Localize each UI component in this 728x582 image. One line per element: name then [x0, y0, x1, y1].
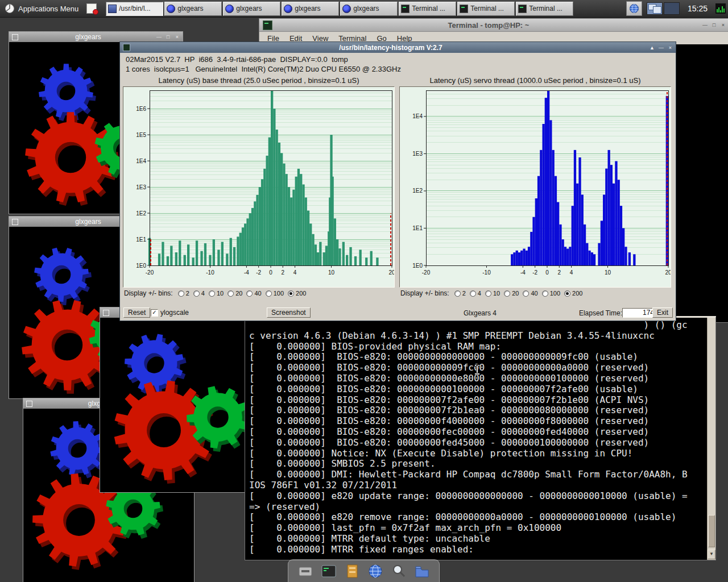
radio-label: 4 [201, 290, 205, 297]
workspace-1[interactable] [647, 2, 663, 15]
exit-button[interactable]: Exit [652, 307, 673, 318]
radio-icon [485, 290, 491, 297]
bins-radio-40[interactable]: 40 [523, 290, 537, 297]
svg-text:10: 10 [328, 269, 335, 276]
bins-radio-10[interactable]: 10 [485, 290, 500, 297]
bins-radio-200[interactable]: 200 [564, 290, 582, 297]
applications-menu-icon [5, 3, 15, 14]
svg-text:-20: -20 [146, 269, 154, 276]
terminal-icon[interactable] [320, 562, 338, 580]
close-icon[interactable]: × [173, 34, 181, 40]
shade-icon[interactable]: ▲ [648, 44, 656, 51]
web-browser-icon[interactable] [366, 562, 384, 580]
workspace-2[interactable] [664, 2, 680, 15]
minimize-icon[interactable]: — [155, 34, 163, 40]
file-cabinet-icon[interactable] [343, 562, 361, 580]
minimize-icon[interactable]: — [657, 44, 665, 51]
taskbar-button[interactable]: Terminal ... [457, 2, 515, 16]
terminal-line: [ 0.000000] MTRR default type: uncachabl… [249, 534, 706, 544]
svg-text:1E5: 1E5 [136, 132, 146, 138]
taskbar-button[interactable]: /usr/bin/l... [106, 2, 163, 16]
drawer-icon[interactable] [296, 562, 315, 580]
bins-radio-4[interactable]: 4 [193, 290, 205, 297]
folder-icon[interactable] [413, 562, 431, 580]
bins-label: Display +/- bins: [400, 289, 449, 297]
elapsed-time-label: Elapsed Time: [579, 309, 622, 317]
bins-radio-100[interactable]: 100 [542, 290, 560, 297]
svg-text:2: 2 [558, 269, 561, 276]
svg-text:1E0: 1E0 [136, 263, 146, 269]
minimize-icon[interactable]: — [701, 22, 709, 28]
radio-icon [504, 290, 510, 297]
taskbar-button[interactable]: Terminal ... [516, 2, 573, 16]
bins-radio-20[interactable]: 20 [504, 290, 519, 297]
terminal-line: [ 0.000000] e820 update range: 000000000… [249, 491, 706, 502]
system-info-line1: 02Mar2015 V2.7 HP i686 3.4-9-rtai-686-pa… [126, 55, 670, 64]
taskbar-button[interactable]: glxgears [164, 2, 222, 16]
scrollbar-thumb[interactable] [708, 515, 715, 547]
latency-titlebar[interactable]: /usr/bin/latency-histogram V:2.7 ▲ — × [120, 42, 676, 53]
notes-icon[interactable] [86, 3, 97, 14]
radio-label: 4 [478, 290, 481, 297]
radio-label: 40 [254, 290, 261, 297]
taskbar-button[interactable]: glxgears [282, 2, 339, 16]
window-icon [26, 401, 32, 407]
bins-radio-200[interactable]: 200 [288, 290, 306, 297]
system-info-line2: 1 cores isolcpus=1 GenuineIntel Intel(R)… [126, 64, 670, 74]
radio-label: 40 [531, 290, 537, 297]
close-icon[interactable]: × [667, 44, 674, 51]
bins-radio-2[interactable]: 2 [178, 290, 189, 297]
screenshot-button[interactable]: Screenshot [267, 307, 311, 318]
applications-menu-button[interactable]: Applications Menu [0, 0, 83, 17]
radio-icon [246, 290, 253, 297]
bins-radio-10[interactable]: 10 [209, 290, 224, 297]
terminal-line: [ 0.000000] e820 remove range: 000000000… [249, 512, 706, 523]
bins-radio-20[interactable]: 20 [228, 290, 242, 297]
svg-text:4: 4 [293, 269, 297, 276]
bins-radio-2[interactable]: 2 [454, 290, 466, 297]
svg-text:-10: -10 [482, 269, 491, 276]
bins-radio-100[interactable]: 100 [266, 290, 284, 297]
terminal-line: [ 0.000000] BIOS-provided physical RAM m… [249, 342, 706, 352]
terminal-line: [ 0.000000] Notice: NX (Execute Disable)… [249, 448, 706, 459]
scrollbar[interactable]: ▼ [707, 318, 715, 560]
system-info: 02Mar2015 V2.7 HP i686 3.4-9-rtai-686-pa… [120, 53, 676, 75]
taskbar-button[interactable]: Terminal ... [399, 2, 456, 16]
bins-radio-40[interactable]: 40 [246, 290, 261, 297]
reset-button[interactable]: Reset [123, 307, 150, 318]
svg-text:2: 2 [282, 269, 285, 276]
workspace-switcher[interactable] [647, 2, 680, 15]
glxgears-count: Glxgears 4 [464, 309, 497, 317]
glxgears-icon [225, 5, 234, 13]
terminal-output-window[interactable]: ) () (gcc version 4.6.3 (Debian 4.6.3-14… [245, 316, 716, 560]
taskbar-button[interactable]: glxgears [223, 2, 280, 16]
terminal-output[interactable]: ) () (gcc version 4.6.3 (Debian 4.6.3-14… [249, 320, 706, 560]
radio-label: 100 [274, 290, 284, 297]
svg-text:20: 20 [388, 269, 394, 276]
system-monitor-icon[interactable] [715, 3, 726, 14]
maximize-icon[interactable]: □ [710, 22, 718, 28]
ylogscale-checkbox[interactable]: ✓ [151, 309, 158, 317]
radio-icon [193, 290, 200, 297]
terminal-line: ) () (gc [249, 320, 706, 331]
window-icon [103, 310, 109, 316]
taskbar-button[interactable]: glxgears [340, 2, 398, 16]
chart-title: Latency (uS) base thread (25.0 uSec peri… [123, 75, 395, 86]
taskbar-button-label: /usr/bin/l... [119, 5, 150, 13]
svg-text:-4: -4 [244, 269, 249, 276]
latency-histogram-window[interactable]: /usr/bin/latency-histogram V:2.7 ▲ — × 0… [119, 41, 676, 321]
web-browser-launcher[interactable] [626, 1, 642, 16]
svg-text:-4: -4 [520, 269, 526, 276]
close-icon[interactable]: × [719, 22, 727, 28]
glxgears-icon [342, 5, 351, 13]
bins-radio-4[interactable]: 4 [470, 290, 481, 297]
radio-icon [470, 290, 476, 297]
scroll-down-icon[interactable]: ▼ [708, 550, 715, 559]
svg-text:1E6: 1E6 [136, 106, 146, 112]
maximize-icon[interactable]: □ [164, 34, 172, 40]
search-icon[interactable] [390, 562, 408, 580]
terminal-titlebar[interactable]: Terminal - tomp@HP: ~ — □ × [259, 19, 728, 32]
window-icon [123, 44, 130, 51]
elapsed-time-field[interactable]: 174 [622, 308, 656, 318]
svg-text:-20: -20 [422, 269, 431, 276]
